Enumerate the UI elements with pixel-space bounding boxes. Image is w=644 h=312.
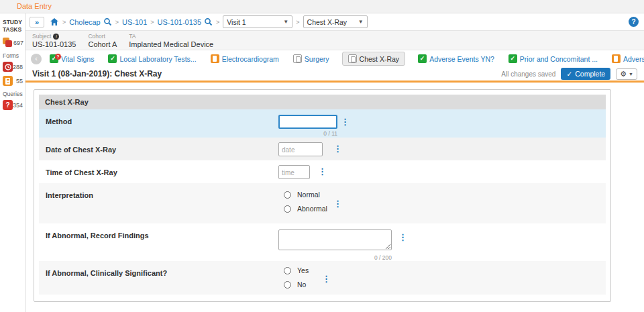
tabs-prev-icon[interactable]: ‹ <box>31 54 42 64</box>
search-icon[interactable] <box>204 17 213 26</box>
tasks-count: 697 <box>13 40 23 46</box>
findings-textarea[interactable] <box>278 229 392 250</box>
form-incomplete-icon <box>211 54 219 63</box>
tab-adverse-events-yn[interactable]: Adverse Events YN? <box>417 52 496 65</box>
subject-value: US-101-0135 <box>32 40 76 48</box>
sidebar-item-forms-overdue[interactable]: 288 <box>0 60 25 74</box>
expand-panel-button[interactable]: » <box>30 17 44 28</box>
field-menu-icon[interactable]: ⋮ <box>398 233 407 242</box>
form-dropdown[interactable]: Chest X-Ray ▼ <box>303 15 368 28</box>
breadcrumb-separator: > <box>296 19 299 25</box>
form-row-interpretation: Interpretation Normal Abnormal ⋮ <box>39 183 606 223</box>
clock-icon <box>3 62 13 72</box>
radio-icon[interactable] <box>284 281 291 289</box>
query-badge: ? <box>55 54 61 60</box>
breadcrumb-site-link[interactable]: US-101 <box>122 18 147 26</box>
queries-count: 354 <box>13 102 23 109</box>
form-row-date: Date of Chest X-Ray ⋮ <box>39 138 606 160</box>
visit-dropdown-value: Visit 1 <box>227 18 246 26</box>
radio-icon[interactable] <box>284 267 291 274</box>
date-input[interactable] <box>278 142 323 156</box>
radio-option-no[interactable]: No <box>284 280 309 289</box>
ta-field: TA Implanted Medical Device <box>129 33 213 50</box>
forms-section-label: Forms <box>0 50 25 60</box>
breadcrumb-study-link[interactable]: Cholecap <box>69 18 100 26</box>
gear-menu-button[interactable]: ⚙ ▼ <box>616 68 637 80</box>
visit-dropdown[interactable]: Visit 1 ▼ <box>223 15 292 28</box>
breadcrumb: » > Cholecap > US-101 > US-101-0135 > Vi… <box>25 13 644 31</box>
field-label: If Abnormal, Clinically Significant? <box>46 269 167 277</box>
info-icon[interactable]: i <box>53 34 59 40</box>
form-empty-icon <box>348 54 357 63</box>
method-input[interactable] <box>278 115 337 129</box>
field-label: Interpretation <box>46 191 93 199</box>
form-empty-icon <box>293 54 302 63</box>
subject-label: Subject <box>32 33 51 40</box>
form-complete-icon: ? <box>50 54 58 63</box>
chevron-down-icon: ▼ <box>283 19 288 25</box>
field-menu-icon[interactable]: ⋮ <box>341 118 350 126</box>
radio-option-yes[interactable]: Yes <box>284 266 309 274</box>
form-row-findings: If Abnormal, Record Findings 0 / 200 ⋮ <box>39 223 606 261</box>
visit-header: Visit 1 (08-Jan-2019): Chest X-Ray All c… <box>25 67 644 83</box>
home-icon[interactable] <box>50 17 59 26</box>
chevron-down-icon: ▼ <box>358 19 364 25</box>
field-menu-icon[interactable]: ⋮ <box>318 168 327 176</box>
ta-value: Implanted Medical Device <box>129 40 213 48</box>
form-complete-icon <box>418 54 427 63</box>
field-label: Time of Chest X-Ray <box>46 168 117 176</box>
field-label: Date of Chest X-Ray <box>46 146 116 154</box>
form-row-clinically-significant: If Abnormal, Clinically Significant? Yes… <box>39 261 606 295</box>
form-complete-icon <box>108 54 117 63</box>
gear-icon: ⚙ <box>620 70 627 79</box>
form-complete-icon <box>508 54 517 63</box>
forms-doc-count: 55 <box>16 78 23 85</box>
radio-icon[interactable] <box>284 205 291 213</box>
queries-section-label: Queries <box>0 88 25 98</box>
form-incomplete-icon <box>612 54 621 63</box>
breadcrumb-subject-link[interactable]: US-101-0135 <box>158 18 201 26</box>
field-label: If Abnormal, Record Findings <box>46 231 149 240</box>
help-icon[interactable]: ? <box>629 17 639 27</box>
char-counter: 0 / 11 <box>278 130 337 137</box>
time-input[interactable] <box>278 165 310 179</box>
radio-icon[interactable] <box>284 191 291 199</box>
tasks-icon <box>3 38 13 48</box>
form-dropdown-value: Chest X-Ray <box>307 18 347 26</box>
form-row-time: Time of Chest X-Ray ⋮ <box>39 160 606 183</box>
chevron-down-icon: ▼ <box>629 72 633 76</box>
sidebar-item-tasks[interactable]: 697 <box>0 36 25 50</box>
tab-surgery[interactable]: Surgery <box>292 52 331 65</box>
tab-electrocardiogram[interactable]: Electrocardiogram <box>209 52 280 65</box>
tab-chest-x-ray[interactable]: Chest X-Ray <box>342 52 406 66</box>
radio-option-normal[interactable]: Normal <box>284 191 327 199</box>
save-status: All changes saved <box>501 70 555 78</box>
breadcrumb-separator: > <box>216 19 219 25</box>
search-icon[interactable] <box>103 17 112 26</box>
tab-vital-signs[interactable]: ? Vital Signs <box>48 52 95 65</box>
tab-adverse-events-1[interactable]: Adverse Events (1) <box>610 52 644 65</box>
chest-x-ray-form: Chest X-Ray Method 0 / 11 ⋮ Date of Ches… <box>34 89 611 302</box>
char-counter: 0 / 200 <box>278 254 392 261</box>
field-menu-icon[interactable]: ⋮ <box>322 275 331 283</box>
form-row-method: Method 0 / 11 ⋮ <box>39 109 606 138</box>
study-tasks-sidebar: STUDY TASKS 697 Forms 288 55 Queries ? 3… <box>0 13 25 312</box>
sidebar-item-queries[interactable]: ? 354 <box>0 98 25 112</box>
tab-local-laboratory-tests[interactable]: Local Laboratory Tests... <box>107 52 197 65</box>
breadcrumb-separator: > <box>62 19 66 25</box>
cohort-value: Cohort A <box>88 40 117 48</box>
field-menu-icon[interactable]: ⋮ <box>333 200 342 208</box>
ta-label: TA <box>129 33 136 40</box>
radio-option-abnormal[interactable]: Abnormal <box>284 205 327 213</box>
breadcrumb-separator: > <box>150 19 154 25</box>
query-icon: ? <box>3 100 13 110</box>
sidebar-item-forms[interactable]: 55 <box>0 74 25 88</box>
field-menu-icon[interactable]: ⋮ <box>333 145 342 153</box>
complete-button[interactable]: ✓ Complete <box>561 68 610 80</box>
section-header: Chest X-Ray <box>39 95 606 109</box>
subject-field: Subject i US-101-0135 <box>32 33 76 50</box>
document-icon <box>3 76 13 86</box>
tab-prior-and-concomitant-1[interactable]: Prior and Concomitant ... <box>507 52 599 65</box>
cohort-label: Cohort <box>88 33 105 40</box>
cohort-field: Cohort Cohort A <box>88 33 117 50</box>
